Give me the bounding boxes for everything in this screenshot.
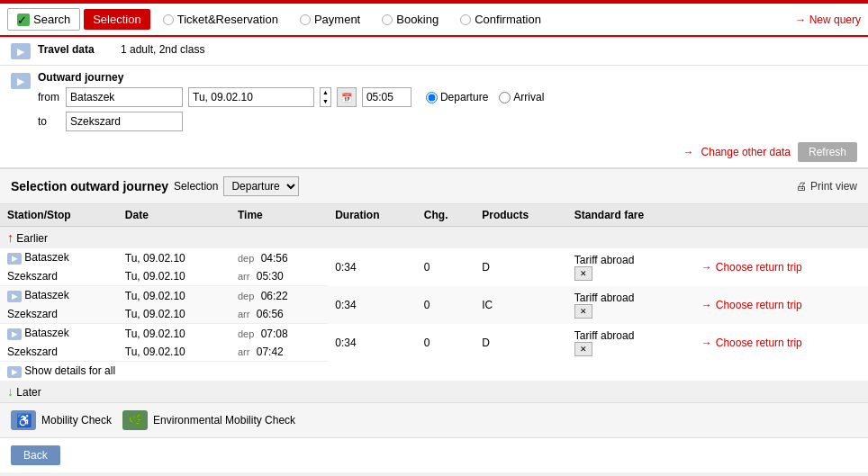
mobility-check-item[interactable]: ♿ Mobility Check: [11, 410, 112, 430]
date-from-3: Tu, 09.02.10: [118, 324, 231, 344]
duration-1: 0:34: [328, 248, 417, 286]
earlier-arrow-icon: ↑: [7, 230, 14, 245]
show-details-cell[interactable]: ▶ Show details for all: [0, 362, 231, 382]
col-standard-fare: Standard fare: [567, 204, 694, 227]
selection-title: Selection outward journey: [11, 179, 168, 193]
col-date: Date: [118, 204, 231, 227]
departure-radio-label[interactable]: Departure: [426, 91, 488, 103]
travel-data-label: Travel data: [38, 43, 110, 56]
arrival-radio[interactable]: [499, 92, 511, 103]
to-input[interactable]: [66, 112, 183, 131]
station-from-3: ▶ Bataszek: [0, 324, 118, 344]
col-chg: Chg.: [417, 204, 475, 227]
station-from-2: ▶ Bataszek: [0, 286, 118, 306]
row-expand-icon-1[interactable]: ▶: [7, 253, 22, 265]
nav-selection-label: Selection: [93, 13, 140, 26]
spin-up-icon[interactable]: ▲: [321, 88, 330, 97]
show-details-row[interactable]: ▶ Show details for all: [0, 362, 868, 382]
arrival-label: Arrival: [513, 91, 544, 103]
choose-return-arrow-2: →: [701, 299, 712, 311]
choose-return-arrow-1: →: [701, 261, 712, 274]
nav-selection[interactable]: Selection: [84, 9, 149, 30]
duration-2: 0:34: [328, 286, 417, 324]
env-mobility-check-item[interactable]: 🌿 Environmental Mobility Check: [122, 410, 295, 430]
earlier-cell[interactable]: ↑ Earlier: [0, 227, 868, 249]
choose-return-3[interactable]: → Choose return trip: [694, 324, 868, 362]
payment-radio-icon: [300, 14, 311, 25]
product-1: D: [475, 248, 567, 286]
nav-confirmation-label: Confirmation: [475, 13, 541, 26]
nav-payment-label: Payment: [314, 13, 360, 26]
table-row: ▶ Bataszek Tu, 09.02.10 dep 07:08 0:34 0…: [0, 324, 868, 344]
table-row: ▶ Bataszek Tu, 09.02.10 dep 04:56 0:34 0…: [0, 248, 868, 267]
choose-return-1[interactable]: → Choose return trip: [694, 248, 868, 286]
time-arr-1: arr 05:30: [231, 267, 328, 286]
later-arrow-icon: ↓: [7, 384, 14, 399]
chg-3: 0: [417, 324, 475, 362]
date-from-2: Tu, 09.02.10: [118, 286, 231, 306]
nav-search-label: Search: [33, 13, 70, 26]
print-view-button[interactable]: 🖨 Print view: [796, 180, 857, 193]
bottom-bar: ♿ Mobility Check 🌿 Environmental Mobilit…: [0, 402, 868, 437]
choose-return-2[interactable]: → Choose return trip: [694, 286, 868, 324]
change-arrow-icon: →: [683, 146, 694, 158]
col-action: [694, 204, 868, 227]
later-row[interactable]: ↓ Later: [0, 381, 868, 402]
top-navigation: ✓ Search Selection Ticket&Reservation Pa…: [0, 4, 868, 37]
table-header-row: Station/Stop Date Time Duration Chg. Pro…: [0, 204, 868, 227]
time-input[interactable]: [362, 87, 411, 107]
product-3: D: [475, 324, 567, 362]
new-query-arrow-icon: →: [795, 13, 806, 26]
from-label: from: [38, 91, 60, 103]
outward-label: Outward journey: [38, 71, 123, 84]
date-input[interactable]: [188, 87, 314, 107]
journey-table: Station/Stop Date Time Duration Chg. Pro…: [0, 204, 868, 402]
earlier-row[interactable]: ↑ Earlier: [0, 227, 868, 249]
choose-return-arrow-3: →: [701, 337, 712, 349]
row-expand-icon-3[interactable]: ▶: [7, 328, 22, 340]
nav-payment[interactable]: Payment: [291, 9, 369, 30]
time-dep-1: dep 04:56: [231, 248, 328, 267]
calendar-button[interactable]: 📅: [337, 87, 357, 107]
new-query-area: → New query: [795, 13, 861, 26]
confirmation-radio-icon: [460, 14, 471, 25]
date-to-3: Tu, 09.02.10: [118, 343, 231, 362]
outward-icon: ▶: [11, 73, 31, 89]
spin-down-icon[interactable]: ▼: [321, 97, 330, 106]
arrival-radio-label[interactable]: Arrival: [499, 91, 544, 103]
date-spinner[interactable]: ▲ ▼: [320, 87, 331, 107]
nav-booking-label: Booking: [396, 13, 439, 26]
later-cell[interactable]: ↓ Later: [0, 381, 868, 402]
selection-header: Selection outward journey Selection Depa…: [0, 167, 868, 204]
nav-ticket-label: Ticket&Reservation: [177, 13, 278, 26]
new-query-link[interactable]: → New query: [795, 13, 861, 26]
tariff-icon-3: ✕: [574, 342, 592, 356]
tariff-1: Tariff abroad ✕: [567, 248, 694, 286]
nav-ticket[interactable]: Ticket&Reservation: [154, 9, 287, 30]
show-details-icon[interactable]: ▶: [7, 366, 22, 378]
choose-return-link-2[interactable]: → Choose return trip: [701, 299, 861, 311]
choose-return-link-3[interactable]: → Choose return trip: [701, 337, 861, 349]
env-label: Environmental Mobility Check: [153, 414, 295, 427]
change-other-data-link[interactable]: Change other data: [701, 146, 791, 158]
col-time: Time: [231, 204, 328, 227]
date-to-1: Tu, 09.02.10: [118, 267, 231, 286]
from-input[interactable]: [66, 87, 183, 107]
refresh-button[interactable]: Refresh: [798, 142, 857, 162]
nav-search[interactable]: ✓ Search: [7, 8, 80, 31]
col-products: Products: [475, 204, 567, 227]
selection-dropdown[interactable]: Departure Arrival: [223, 176, 299, 196]
row-expand-icon-2[interactable]: ▶: [7, 291, 22, 302]
nav-booking[interactable]: Booking: [373, 9, 448, 30]
tariff-icon-1: ✕: [574, 266, 592, 281]
nav-confirmation[interactable]: Confirmation: [451, 9, 550, 30]
mobility-icon: ♿: [11, 410, 36, 430]
travel-data-icon: ▶: [11, 43, 31, 59]
departure-radio[interactable]: [426, 92, 438, 103]
back-button[interactable]: Back: [11, 445, 60, 465]
change-data-bar: → Change other data Refresh: [0, 137, 868, 167]
product-2: IC: [475, 286, 567, 324]
footer-bar: Back: [0, 437, 868, 472]
choose-return-link-1[interactable]: → Choose return trip: [701, 261, 861, 274]
date-to-2: Tu, 09.02.10: [118, 305, 231, 324]
